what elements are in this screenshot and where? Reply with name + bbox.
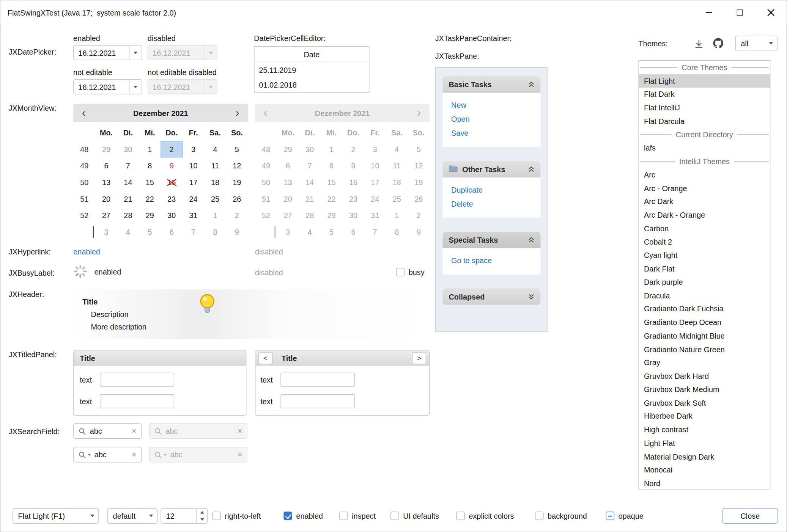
theme-list-item[interactable]: Gruvbox Dark Medium	[639, 383, 770, 396]
checkbox-opaque[interactable]: opaque	[606, 508, 644, 524]
theme-list-item[interactable]: Dracula	[639, 289, 770, 302]
searchfield-enabled[interactable]: abc ×	[73, 423, 142, 439]
titledpanel-next-button[interactable]: >	[412, 352, 426, 364]
checkbox-box[interactable]	[535, 512, 543, 520]
calendar-day[interactable]: 24	[183, 191, 204, 207]
taskpane-link[interactable]: Duplicate	[451, 183, 532, 197]
theme-list-item[interactable]: Flat Dark	[639, 88, 770, 101]
table-column-header[interactable]: Date	[255, 47, 369, 62]
titledpanel-input[interactable]	[280, 373, 355, 387]
checkbox-box[interactable]	[606, 512, 614, 520]
prev-month-button[interactable]: ‹	[73, 104, 94, 121]
checkbox-enabled[interactable]: enabled	[283, 508, 323, 524]
calendar-day[interactable]: 20	[95, 191, 117, 207]
datepicker-value[interactable]: 16.12.2021	[74, 46, 129, 60]
searchfield-value[interactable]: abc	[94, 450, 128, 459]
theme-list-item[interactable]: Flat Light	[639, 74, 770, 87]
theme-list-item[interactable]: Monocai	[639, 463, 770, 477]
taskpane-header[interactable]: Collapsed	[443, 289, 541, 305]
chevron-double-down-icon[interactable]	[528, 293, 534, 300]
checkbox-box[interactable]	[390, 512, 399, 520]
calendar-day[interactable]: 30	[161, 207, 182, 224]
calendar-day[interactable]: 18	[204, 174, 226, 191]
chevron-double-up-icon[interactable]	[528, 237, 534, 243]
calendar-day[interactable]: 2	[226, 207, 248, 224]
calendar-day[interactable]: 7	[117, 157, 139, 174]
theme-list-item[interactable]: Gradianto Dark Fuchsia	[639, 302, 770, 315]
taskpane-link[interactable]: Save	[451, 126, 532, 140]
theme-list-item[interactable]: Gradianto Midnight Blue	[639, 329, 770, 342]
titledpanel-prev-button[interactable]: <	[258, 352, 272, 364]
style-combo[interactable]: default	[107, 508, 157, 524]
calendar-day[interactable]: 22	[139, 191, 161, 207]
calendar-day[interactable]: 14	[117, 174, 139, 191]
taskpane-link[interactable]: Go to space	[451, 254, 532, 268]
taskpane-header[interactable]: Other Tasks	[443, 161, 541, 178]
theme-list-item[interactable]: Gray	[639, 356, 770, 369]
download-icon[interactable]	[693, 38, 705, 50]
calendar-day[interactable]: 6	[161, 224, 182, 240]
checkbox-box[interactable]	[456, 512, 464, 520]
theme-list-item[interactable]: Gruvbox Dark Soft	[639, 396, 770, 410]
calendar-day[interactable]: 5	[139, 224, 161, 240]
checkbox-box[interactable]	[396, 268, 405, 276]
calendar-day[interactable]: 4	[117, 224, 139, 240]
theme-list-item[interactable]: Material Design Dark	[639, 450, 770, 463]
calendar-day[interactable]: 31	[183, 207, 204, 224]
monthview-enabled[interactable]: ‹Dezember 2021›Mo.Di.Mi.Do.Fr.Sa.So.4829…	[73, 104, 248, 240]
theme-list-item[interactable]: lafs	[639, 141, 770, 154]
calendar-day[interactable]: 23	[161, 191, 182, 207]
checkbox-ui-defaults[interactable]: UI defaults	[390, 508, 439, 524]
theme-list-item[interactable]: Light Flat	[639, 436, 770, 450]
titledpanel-input[interactable]	[100, 373, 174, 387]
calendar-day[interactable]: 9	[226, 224, 248, 240]
calendar-day[interactable]: 26	[226, 191, 248, 207]
calendar-day[interactable]: 25	[204, 191, 226, 207]
minimize-button[interactable]	[693, 0, 724, 24]
checkbox-box[interactable]	[283, 512, 292, 520]
calendar-day[interactable]: 3	[95, 224, 117, 240]
calendar-day[interactable]: 27	[95, 207, 117, 224]
calendar-day[interactable]: 3	[183, 141, 204, 158]
github-icon[interactable]	[712, 37, 725, 50]
calendar-day[interactable]: 15	[139, 174, 161, 191]
spinner-value[interactable]: 12	[161, 508, 197, 523]
checkbox-busy[interactable]: busy	[396, 264, 425, 280]
taskpane-header[interactable]: Special Tasks	[443, 232, 541, 248]
theme-list-item[interactable]: Carbon	[639, 222, 770, 235]
chevron-down-icon[interactable]	[88, 454, 91, 455]
titledpanel-input[interactable]	[280, 394, 355, 408]
theme-list-item[interactable]: Dark purple	[639, 275, 770, 289]
checkbox-explicit-colors[interactable]: explicit colors	[456, 508, 514, 524]
calendar-day[interactable]: 1	[204, 207, 226, 224]
searchfield-value[interactable]: abc	[90, 427, 128, 435]
window-close-button[interactable]	[756, 0, 787, 24]
table-row[interactable]: 25.11.2019	[255, 62, 369, 77]
calendar-day[interactable]: 9	[161, 157, 182, 174]
calendar-day[interactable]: 5	[226, 141, 248, 158]
checkbox-background[interactable]: background	[535, 508, 587, 524]
theme-list-item[interactable]: Hiberbee Dark	[639, 410, 770, 423]
calendar-day[interactable]: 28	[117, 207, 139, 224]
calendar-day[interactable]: 10	[183, 157, 204, 174]
theme-list-item[interactable]: Arc Dark - Orange	[639, 208, 770, 221]
laf-combo[interactable]: Flat Light (F1)	[13, 508, 99, 524]
calendar-day[interactable]: 16	[161, 174, 182, 191]
font-size-spinner[interactable]: 12	[161, 508, 208, 524]
theme-list-item[interactable]: Arc - Orange	[639, 181, 770, 195]
searchfield-with-menu[interactable]: abc ×	[73, 447, 142, 463]
theme-list-item[interactable]: Gradianto Deep Ocean	[639, 315, 770, 329]
calendar-day[interactable]: 6	[95, 157, 117, 174]
calendar-day[interactable]: 8	[204, 224, 226, 240]
calendar-day[interactable]: 1	[139, 141, 161, 158]
theme-list-item[interactable]: Gruvbox Dark Hard	[639, 369, 770, 383]
calendar-day[interactable]: 4	[204, 141, 226, 158]
taskpane-link[interactable]: Open	[451, 112, 532, 126]
theme-list-item[interactable]: Cyan light	[639, 248, 770, 262]
themes-list[interactable]: Core ThemesFlat LightFlat DarkFlat Intel…	[638, 60, 770, 490]
datepicker-dropdown-button[interactable]	[129, 80, 142, 94]
checkbox-right-to-left[interactable]: right-to-left	[212, 508, 261, 524]
calendar-day[interactable]: 7	[183, 224, 204, 240]
calendar-day[interactable]: 12	[226, 157, 248, 174]
spinner-up-button[interactable]	[197, 508, 207, 516]
